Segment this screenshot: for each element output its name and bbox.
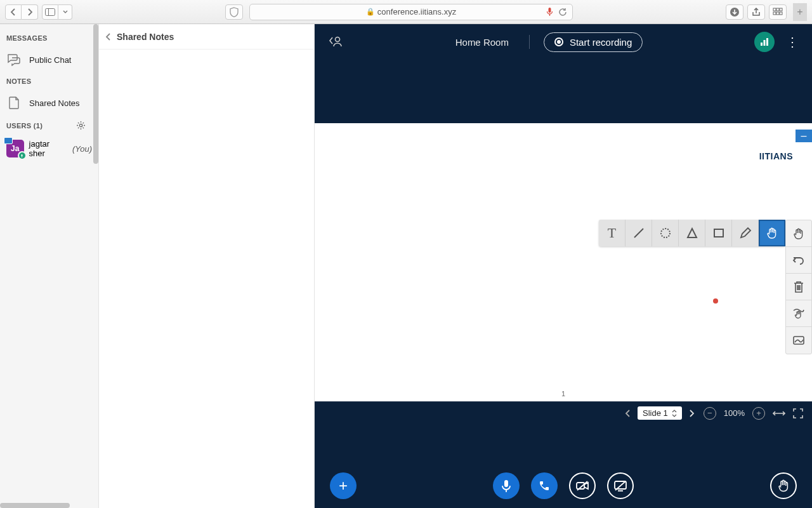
lock-icon: 🔒	[366, 8, 375, 16]
user-name: jagtar sher	[29, 139, 67, 158]
conference-header: Home Room Start recording ⋮	[315, 24, 812, 60]
room-name: Home Room	[455, 37, 509, 48]
palette-button[interactable]	[786, 327, 811, 354]
svg-rect-0	[46, 8, 55, 15]
downloads-button[interactable]	[726, 4, 743, 20]
notes-icon	[6, 95, 22, 110]
notes-panel-title: Shared Notes	[117, 32, 174, 42]
sidebar-dropdown-button[interactable]	[58, 4, 72, 20]
multiuser-whiteboard-button[interactable]	[786, 300, 811, 327]
svg-line-18	[634, 229, 643, 237]
svg-rect-16	[764, 40, 766, 46]
leave-audio-button[interactable]	[531, 472, 558, 499]
cursor-indicator	[713, 298, 718, 304]
chat-icon	[6, 52, 22, 67]
rectangle-tool-button[interactable]	[705, 220, 732, 246]
new-tab-button[interactable]: +	[793, 3, 807, 21]
fullscreen-button[interactable]	[793, 408, 803, 418]
svg-rect-17	[766, 38, 768, 46]
page-number: 1	[561, 390, 565, 398]
prev-slide-button[interactable]	[625, 409, 631, 418]
record-icon	[554, 37, 563, 46]
clear-button[interactable]	[786, 274, 811, 300]
presenter-badge-icon	[4, 137, 13, 144]
pan-tool-button[interactable]	[759, 220, 785, 246]
public-chat-label: Public Chat	[29, 55, 71, 65]
mute-mic-button[interactable]	[493, 472, 520, 499]
shared-notes-label: Shared Notes	[29, 98, 80, 108]
svg-rect-20	[714, 229, 723, 237]
shared-notes-item[interactable]: Shared Notes	[0, 89, 98, 117]
privacy-shield-button[interactable]	[225, 4, 243, 20]
user-avatar: Ja	[6, 140, 24, 157]
chevron-left-icon	[105, 32, 112, 41]
conference-area: Home Room Start recording ⋮ IITIANS 1 – …	[315, 24, 812, 508]
users-settings-button[interactable]	[76, 121, 86, 130]
notes-panel-header[interactable]: Shared Notes	[99, 24, 314, 50]
svg-rect-6	[776, 8, 779, 11]
zoom-in-button[interactable]: +	[752, 407, 765, 420]
brand-watermark: IITIANS	[759, 151, 793, 161]
url-text: conference.iitians.xyz	[377, 7, 456, 17]
svg-point-19	[661, 229, 670, 237]
public-chat-item[interactable]: Public Chat	[0, 46, 98, 74]
slide-label: Slide 1	[643, 408, 668, 418]
tabs-overview-button[interactable]	[769, 4, 787, 20]
slide-nav-bar: Slide 1 − 100% +	[315, 401, 812, 424]
forward-button[interactable]	[22, 4, 38, 20]
svg-rect-12	[22, 154, 23, 157]
back-button[interactable]	[5, 4, 22, 20]
user-list-panel: MESSAGES Public Chat NOTES Shared Notes …	[0, 24, 99, 508]
user-list-item[interactable]: Ja jagtar sher (You)	[0, 134, 98, 163]
address-bar[interactable]: 🔒 conference.iitians.xyz	[249, 4, 573, 20]
shared-notes-panel: Shared Notes	[99, 24, 315, 508]
share-button[interactable]	[747, 4, 765, 20]
minimize-presentation-button[interactable]: –	[796, 130, 812, 142]
zoom-level: 100%	[724, 408, 745, 418]
line-tool-button[interactable]	[625, 220, 652, 246]
svg-rect-10	[780, 12, 782, 15]
options-menu-button[interactable]: ⋮	[786, 34, 799, 50]
next-slide-button[interactable]	[688, 409, 695, 418]
sidebar-toggle-button[interactable]	[42, 4, 58, 20]
mic-icon[interactable]	[546, 7, 553, 17]
text-tool-button[interactable]: T	[599, 220, 625, 246]
svg-point-14	[336, 37, 340, 42]
zoom-out-button[interactable]: −	[704, 407, 716, 420]
svg-rect-9	[776, 12, 779, 15]
header-divider	[529, 35, 530, 49]
raise-hand-button[interactable]	[770, 472, 797, 499]
whiteboard-canvas[interactable]: IITIANS 1 – T	[315, 123, 812, 401]
hand-tool-button[interactable]	[786, 220, 811, 247]
start-recording-button[interactable]: Start recording	[544, 32, 643, 52]
svg-rect-15	[761, 43, 763, 46]
svg-point-11	[79, 124, 82, 126]
undo-button[interactable]	[786, 247, 811, 274]
user-you-label: (You)	[72, 144, 92, 154]
scrollbar-thumb[interactable]	[93, 24, 98, 164]
audio-active-icon	[18, 151, 27, 160]
svg-rect-5	[773, 8, 776, 11]
toggle-userlist-button[interactable]	[327, 34, 344, 50]
webcam-button[interactable]	[569, 472, 596, 499]
triangle-tool-button[interactable]	[679, 220, 705, 246]
svg-rect-8	[773, 12, 776, 15]
media-controls: +	[315, 472, 812, 499]
pencil-tool-button[interactable]	[732, 220, 759, 246]
connection-status-button[interactable]	[754, 32, 775, 52]
drawing-toolbar: T	[599, 220, 785, 246]
svg-rect-2	[549, 8, 551, 13]
actions-button[interactable]: +	[330, 472, 357, 499]
slide-select[interactable]: Slide 1	[638, 406, 682, 420]
horizontal-scrollbar-thumb[interactable]	[0, 503, 70, 508]
reload-icon[interactable]	[558, 8, 567, 17]
notes-section-label: NOTES	[0, 74, 98, 89]
svg-rect-22	[504, 480, 508, 487]
whiteboard-side-tools	[785, 220, 812, 354]
fit-width-button[interactable]	[773, 410, 785, 417]
screenshare-button[interactable]	[607, 472, 634, 499]
ellipse-tool-button[interactable]	[652, 220, 679, 246]
avatar-initials: Ja	[11, 144, 19, 153]
record-label: Start recording	[570, 37, 632, 48]
messages-section-label: MESSAGES	[0, 30, 98, 46]
